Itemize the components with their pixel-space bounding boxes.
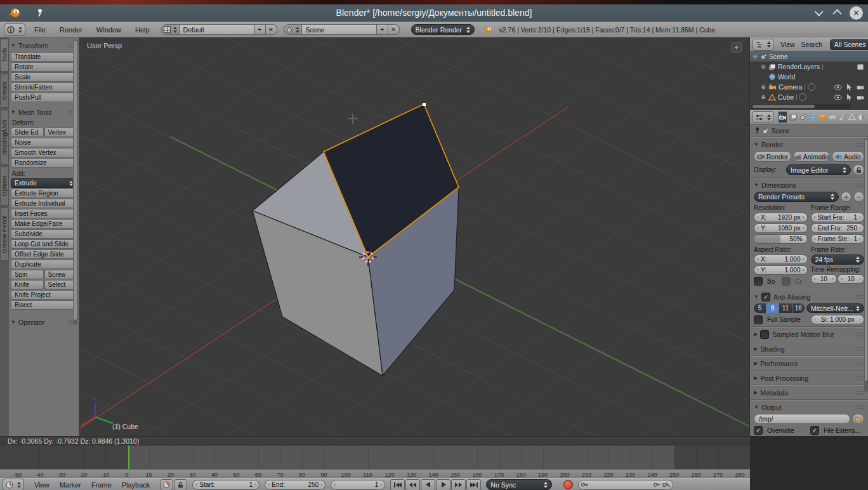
browse-folder-button[interactable] bbox=[852, 414, 864, 424]
delete-keyframe-icon[interactable] bbox=[662, 482, 670, 488]
aa-filter-select[interactable]: Mitchell-Netr... bbox=[806, 303, 864, 313]
open-properties-region-button[interactable]: + bbox=[731, 42, 742, 53]
current-frame-marker[interactable] bbox=[128, 446, 129, 469]
tab-material[interactable] bbox=[858, 112, 866, 122]
editor-type-selector[interactable] bbox=[752, 111, 774, 123]
file-extensions-checkbox[interactable]: ✓ bbox=[810, 426, 819, 435]
tool-spin[interactable]: Spin bbox=[11, 270, 44, 279]
preview-range-button[interactable] bbox=[160, 479, 173, 490]
tab-object[interactable] bbox=[819, 112, 827, 122]
resolution-x-field[interactable]: ‹X:1920 px› bbox=[754, 213, 808, 222]
panel-performance-header[interactable]: ▶Performance bbox=[754, 359, 864, 368]
viewport-3d[interactable]: z y User Persp (1) Cube + Tools Create S… bbox=[0, 37, 749, 436]
tab-grease-pencil[interactable]: Grease Pencil bbox=[0, 208, 9, 261]
screen-layout-icon[interactable] bbox=[161, 24, 180, 35]
timeline-menu-playback[interactable]: Playback bbox=[122, 481, 150, 489]
start-frame-field[interactable]: ‹Start Fra:1› bbox=[811, 213, 865, 222]
expand-icon[interactable]: ⊕ bbox=[760, 63, 766, 70]
panel-transform-header[interactable]: ▼Transform bbox=[11, 41, 77, 50]
titlebar[interactable]: Blender* [/home/sergiy/Документы/untitle… bbox=[0, 4, 868, 22]
overwrite-checkbox[interactable]: ✓ bbox=[754, 426, 763, 435]
tool-extrude-individual[interactable]: Extrude Individual bbox=[11, 199, 77, 208]
editor-type-selector[interactable] bbox=[753, 39, 774, 51]
aa-samples-16[interactable]: 16 bbox=[792, 303, 805, 313]
panel-operator-header[interactable]: ▼Operator bbox=[11, 317, 77, 327]
close-button[interactable]: ✕ bbox=[850, 6, 863, 20]
pin-icon[interactable] bbox=[754, 127, 760, 135]
aa-samples-11[interactable]: 11 bbox=[779, 303, 791, 313]
aa-filter-size-field[interactable]: ‹Si: 1.000 px› bbox=[811, 315, 864, 324]
selectable-cursor-icon[interactable] bbox=[846, 94, 852, 101]
tab-render[interactable] bbox=[778, 111, 787, 123]
screen-layout-field[interactable]: Default bbox=[180, 24, 254, 35]
render-animation-button[interactable]: Animatio bbox=[793, 151, 830, 162]
delete-layout-button[interactable]: ✕ bbox=[266, 24, 277, 35]
frame-step-field[interactable]: ‹Frame Ste:1› bbox=[811, 234, 865, 244]
scene-field[interactable]: Scene bbox=[302, 24, 377, 35]
tool-make-edge-face[interactable]: Make Edge/Face bbox=[11, 219, 77, 228]
tab-render-layers[interactable] bbox=[789, 112, 797, 122]
current-frame-field[interactable]: ‹1› bbox=[331, 480, 385, 490]
tab-object-data[interactable] bbox=[848, 112, 856, 122]
tool-extrude-menu[interactable]: Extrude bbox=[11, 178, 77, 188]
tab-constraints[interactable] bbox=[828, 112, 836, 122]
keying-set-field[interactable] bbox=[578, 480, 673, 490]
panel-metadata-header[interactable]: ▶Metadata bbox=[754, 388, 864, 397]
resolution-scale-slider[interactable]: 50% bbox=[754, 234, 808, 244]
render-engine-select[interactable]: Blender Render bbox=[411, 24, 475, 35]
lock-interface-button[interactable] bbox=[853, 164, 864, 175]
outliner-row-world[interactable]: World bbox=[750, 72, 868, 82]
tool-knife-project[interactable]: Knife Project bbox=[11, 290, 77, 300]
maximize-button[interactable] bbox=[832, 9, 841, 18]
tool-subdivide[interactable]: Subdivide bbox=[11, 229, 77, 239]
menu-help[interactable]: Help bbox=[135, 26, 150, 34]
tool-bisect[interactable]: Bisect bbox=[11, 300, 77, 310]
tab-options[interactable]: Options bbox=[0, 166, 9, 206]
add-scene-button[interactable]: + bbox=[377, 24, 388, 35]
tool-knife[interactable]: Knife bbox=[11, 280, 44, 289]
selectable-cursor-icon[interactable] bbox=[846, 84, 852, 91]
collapse-icon[interactable]: ⊖ bbox=[752, 53, 758, 60]
selected-vertex[interactable] bbox=[423, 103, 426, 106]
panel-mesh-tools-header[interactable]: ▼Mesh Tools bbox=[11, 107, 77, 117]
renderable-camera-icon[interactable] bbox=[857, 95, 864, 100]
start-frame-field[interactable]: ‹Start:1› bbox=[192, 480, 260, 490]
visibility-eye-icon[interactable] bbox=[834, 95, 842, 100]
auto-keyframe-record-button[interactable] bbox=[563, 480, 573, 489]
tool-shrink-fatten[interactable]: Shrink/Fatten bbox=[11, 83, 77, 92]
visibility-eye-icon[interactable] bbox=[834, 84, 842, 90]
tool-screw[interactable]: Screw bbox=[44, 270, 77, 279]
tab-create[interactable]: Create bbox=[0, 74, 9, 108]
expand-icon[interactable]: ⊕ bbox=[760, 94, 766, 100]
render-audio-button[interactable]: Audio bbox=[832, 151, 864, 162]
panel-output-header[interactable]: ▼Output bbox=[754, 402, 864, 412]
aspect-y-field[interactable]: ‹Y:1.000› bbox=[754, 265, 808, 275]
tab-modifiers[interactable] bbox=[838, 112, 846, 122]
tab-world[interactable] bbox=[808, 112, 817, 122]
outliner-filter-select[interactable]: All Scenes bbox=[830, 39, 868, 50]
timeline-menu-marker[interactable]: Marker bbox=[60, 481, 81, 489]
resolution-y-field[interactable]: ‹Y:1080 px› bbox=[754, 223, 808, 233]
display-mode-select[interactable]: Image Editor bbox=[786, 164, 851, 175]
insert-keyframe-icon[interactable] bbox=[654, 482, 661, 487]
tool-rotate[interactable]: Rotate bbox=[11, 62, 77, 72]
add-preset-button[interactable]: + bbox=[841, 192, 852, 202]
aa-samples-8[interactable]: 8 bbox=[766, 303, 779, 313]
border-checkbox[interactable] bbox=[754, 277, 763, 286]
end-frame-field[interactable]: ‹End:250› bbox=[265, 480, 326, 490]
tool-noise[interactable]: Noise bbox=[11, 138, 77, 147]
tool-push-pull[interactable]: Push/Pull bbox=[11, 93, 77, 102]
tool-offset-edge-slide[interactable]: Offset Edge Slide bbox=[11, 249, 77, 259]
tool-shelf-scrollbar[interactable] bbox=[73, 39, 77, 325]
timeline-menu-view[interactable]: View bbox=[34, 481, 49, 489]
tool-inset-faces[interactable]: Inset Faces bbox=[11, 209, 77, 218]
jump-to-end-button[interactable] bbox=[466, 479, 481, 490]
panel-dimensions-header[interactable]: ▼Dimensions bbox=[754, 180, 864, 190]
render-button[interactable]: Render bbox=[754, 151, 791, 162]
timeline-canvas[interactable] bbox=[0, 446, 750, 469]
delete-scene-button[interactable]: ✕ bbox=[388, 24, 400, 35]
end-frame-field[interactable]: ‹End Fra:250› bbox=[811, 223, 865, 233]
tool-duplicate[interactable]: Duplicate bbox=[11, 260, 77, 269]
render-presets-select[interactable]: Render Presets bbox=[754, 192, 839, 202]
outliner-row-camera[interactable]: ⊕ Camera | bbox=[750, 82, 868, 92]
